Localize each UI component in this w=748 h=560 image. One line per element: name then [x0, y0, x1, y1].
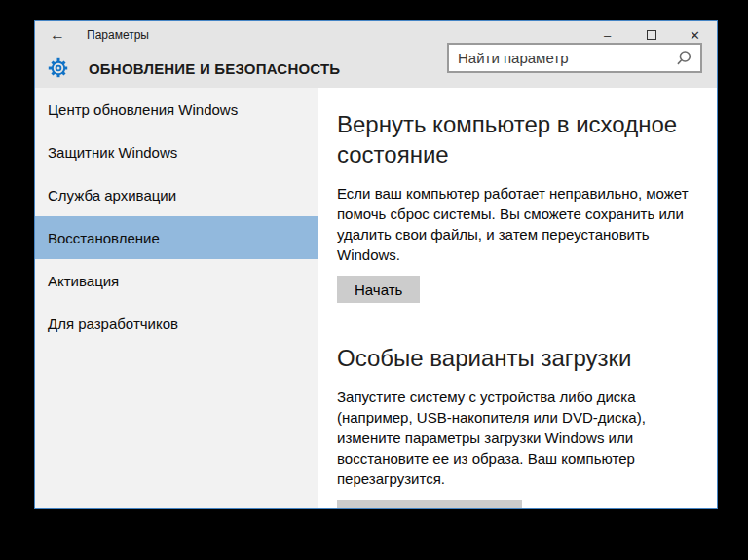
search-icon[interactable]: [675, 50, 692, 67]
sidebar-item-windows-defender[interactable]: Защитник Windows: [35, 131, 318, 173]
minimize-icon: –: [604, 28, 611, 43]
sidebar-item-recovery[interactable]: Восстановление: [35, 216, 318, 259]
reset-start-button[interactable]: Начать: [337, 276, 420, 303]
reset-description: Если ваш компьютер работает неправильно,…: [337, 183, 695, 265]
reset-heading: Вернуть компьютер в исходное состояние: [337, 109, 697, 169]
sidebar-item-activation[interactable]: Активация: [35, 259, 318, 302]
page-title: ОБНОВЛЕНИЕ И БЕЗОПАСНОСТЬ: [89, 60, 340, 77]
gear-icon: [48, 57, 69, 79]
window-title: Параметры: [87, 28, 149, 42]
settings-header: ОБНОВЛЕНИЕ И БЕЗОПАСНОСТЬ: [35, 49, 717, 88]
settings-window: ← Параметры – ✕: [34, 20, 718, 509]
advanced-startup-description: Запустите систему с устройства либо диск…: [337, 387, 695, 489]
restart-now-button[interactable]: Перезагрузить сейчас: [337, 500, 522, 508]
back-button[interactable]: ←: [43, 21, 72, 49]
main-content: Вернуть компьютер в исходное состояние Е…: [318, 88, 717, 508]
sidebar: Центр обновления Windows Защитник Window…: [35, 88, 318, 508]
close-icon: ✕: [690, 28, 700, 43]
sidebar-item-windows-update[interactable]: Центр обновления Windows: [35, 88, 318, 131]
advanced-startup-heading: Особые варианты загрузки: [337, 343, 697, 373]
settings-body: Центр обновления Windows Защитник Window…: [35, 88, 717, 508]
search-input[interactable]: [449, 50, 675, 66]
sidebar-item-backup[interactable]: Служба архивации: [35, 173, 318, 216]
search-box: [447, 43, 702, 73]
section-advanced-startup: Особые варианты загрузки Запустите систе…: [337, 343, 697, 508]
back-arrow-icon: ←: [50, 26, 65, 43]
screen-background: ← Параметры – ✕: [0, 0, 748, 560]
maximize-icon: [647, 30, 656, 40]
window-chrome: ← Параметры – ✕: [35, 21, 717, 88]
section-reset-pc: Вернуть компьютер в исходное состояние Е…: [337, 109, 697, 303]
sidebar-item-developers[interactable]: Для разработчиков: [35, 302, 318, 345]
